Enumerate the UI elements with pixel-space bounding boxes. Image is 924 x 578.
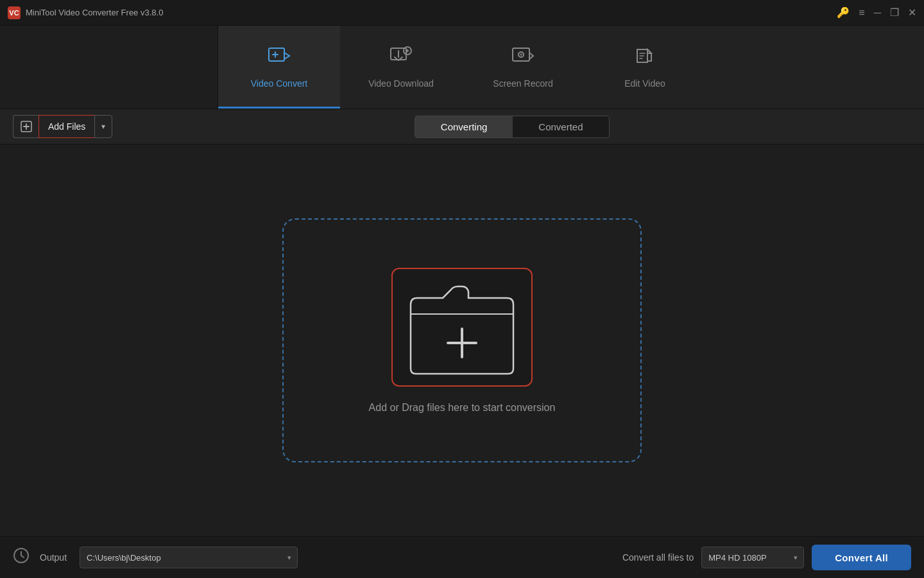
add-files-button[interactable]: Add Files <box>38 115 94 138</box>
app-title: MiniTool Video Converter Free v3.8.0 <box>26 8 163 17</box>
nav-sidebar-space <box>0 26 218 109</box>
edit-video-icon <box>633 44 656 72</box>
drop-zone-container: Add or Drag files here to start conversi… <box>0 144 924 536</box>
video-convert-icon <box>268 44 291 72</box>
tab-switcher: Converting Converted <box>415 116 610 138</box>
output-path-select[interactable]: C:\Users\bj\Desktop <box>80 547 298 568</box>
drop-zone[interactable]: Add or Drag files here to start conversi… <box>282 218 642 462</box>
output-path-wrapper: C:\Users\bj\Desktop ▾ <box>80 547 298 568</box>
folder-icon-wrapper[interactable] <box>391 268 533 387</box>
toolbar: Add Files ▾ Converting Converted <box>0 109 924 144</box>
convert-format-wrapper: MP4 HD 1080P ▾ <box>701 547 804 568</box>
main-content: Add or Drag files here to start conversi… <box>0 144 924 536</box>
convert-all-section: Convert all files to MP4 HD 1080P ▾ Conv… <box>622 545 911 570</box>
title-bar: VC MiniTool Video Converter Free v3.8.0 … <box>0 0 924 26</box>
tab-video-download[interactable]: Video Download <box>340 26 462 109</box>
menu-icon[interactable]: ≡ <box>859 8 864 18</box>
svg-point-5 <box>520 53 522 55</box>
convert-format-select[interactable]: MP4 HD 1080P <box>701 547 804 568</box>
title-bar-left: VC MiniTool Video Converter Free v3.8.0 <box>8 6 163 19</box>
nav-tabs: Video Convert Video Download Screen Reco… <box>0 26 924 109</box>
screen-record-icon <box>511 44 535 72</box>
clock-icon[interactable] <box>13 547 30 568</box>
video-download-icon <box>389 44 413 72</box>
footer: Output C:\Users\bj\Desktop ▾ Convert all… <box>0 536 924 578</box>
tab-screen-record-label: Screen Record <box>493 78 552 89</box>
add-files-icon-button[interactable] <box>13 115 38 138</box>
tab-video-download-label: Video Download <box>368 78 434 89</box>
titlebar-controls: 🔑 ≡ ─ ❐ ✕ <box>837 8 916 18</box>
key-icon[interactable]: 🔑 <box>837 8 850 18</box>
restore-button[interactable]: ❐ <box>890 8 899 18</box>
converted-tab[interactable]: Converted <box>513 116 608 137</box>
tab-screen-record[interactable]: Screen Record <box>462 26 584 109</box>
add-files-dropdown[interactable]: ▾ <box>94 115 112 138</box>
converting-tab[interactable]: Converting <box>415 116 513 137</box>
close-button[interactable]: ✕ <box>908 8 916 18</box>
output-label: Output <box>40 552 67 563</box>
app-logo: VC <box>8 6 21 19</box>
convert-all-button[interactable]: Convert All <box>812 545 911 570</box>
add-files-group: Add Files ▾ <box>13 115 112 138</box>
tab-edit-video[interactable]: Edit Video <box>584 26 706 109</box>
folder-add-icon <box>404 279 520 375</box>
minimize-button[interactable]: ─ <box>874 8 881 18</box>
convert-all-label: Convert all files to <box>622 552 694 563</box>
tab-video-convert-label: Video Convert <box>251 78 307 89</box>
tab-video-convert[interactable]: Video Convert <box>218 26 340 109</box>
tab-edit-video-label: Edit Video <box>624 78 665 89</box>
drop-zone-label: Add or Drag files here to start conversi… <box>369 402 556 414</box>
